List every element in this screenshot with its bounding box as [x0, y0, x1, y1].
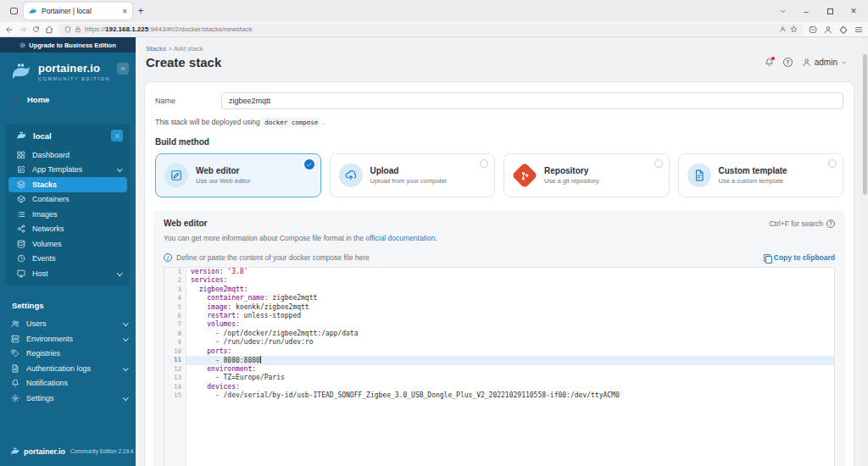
build-method-custom-template[interactable]: Custom templateUse a custom template: [678, 153, 844, 197]
search-help-icon[interactable]: ?: [826, 219, 835, 228]
sidebar-item-label: Containers: [32, 195, 70, 203]
build-method-repository[interactable]: RepositoryUse a git repository: [504, 153, 670, 197]
upgrade-banner-button[interactable]: Upgrade to Business Edition: [0, 37, 136, 53]
maximize-button[interactable]: [819, 2, 841, 20]
sidebar-item-authentication-logs[interactable]: Authentication logs: [0, 361, 136, 376]
doc-icon: [687, 164, 711, 187]
breadcrumb-stacks-link[interactable]: Stacks: [146, 45, 166, 53]
method-subtitle: Use a custom template: [719, 177, 787, 185]
sidebar-item-users[interactable]: Users: [0, 317, 136, 332]
sidebar-item-environments[interactable]: Environments: [0, 331, 136, 347]
radio-icon[interactable]: [654, 159, 663, 168]
line-number: 7: [164, 320, 186, 329]
code-line-6: 6 restart: unless-stopped: [164, 312, 834, 320]
account-icon[interactable]: [824, 25, 832, 34]
url-bar[interactable]: https://192.168.1.225:9443/#!/2/docker/s…: [58, 24, 804, 36]
reload-icon[interactable]: [32, 25, 40, 33]
bell-icon: [11, 379, 19, 387]
tab-close-icon[interactable]: ×: [122, 7, 127, 16]
code-line-14: 14 devices:: [164, 383, 834, 391]
user-menu[interactable]: admin: [802, 58, 848, 67]
radio-icon[interactable]: [480, 159, 488, 168]
code-text: volumes:: [186, 320, 834, 329]
code-text: devices:: [186, 383, 834, 391]
screen: Portainer | local × + – × https://192.16…: [0, 0, 868, 466]
environment-header[interactable]: local: [6, 124, 130, 147]
notification-dot: [771, 57, 775, 60]
code-line-2: 2services:: [164, 276, 834, 285]
line-number: 10: [164, 347, 186, 356]
sidebar-item-label: Host: [32, 269, 48, 278]
line-number: 8: [164, 330, 186, 338]
breadcrumb: Stacks > Add stack: [136, 37, 868, 53]
lock-icon[interactable]: [75, 26, 81, 33]
grid-icon: [17, 151, 25, 159]
page-scrollbar[interactable]: [861, 37, 868, 466]
sidebar-item-label: Registries: [26, 349, 60, 358]
scrollbar-thumb[interactable]: [863, 54, 867, 195]
editor-hint: Define or paste the content of your dock…: [176, 253, 370, 262]
radio-icon[interactable]: [828, 159, 837, 168]
line-number: 4: [164, 294, 186, 302]
sidebar-item-label: Networks: [32, 225, 64, 233]
forward-icon[interactable]: [19, 25, 27, 34]
text-cursor: [260, 356, 261, 363]
edit-icon: [17, 165, 25, 174]
sidebar-item-dashboard[interactable]: Dashboard: [6, 147, 130, 163]
code-line-9: 9 - /run/udev:/run/udev:ro: [164, 338, 834, 347]
web-editor-title: Web editor: [164, 219, 207, 228]
help-icon[interactable]: ?: [783, 58, 793, 67]
stack-name-input[interactable]: [221, 92, 843, 109]
line-number: 13: [164, 374, 186, 382]
sidebar-item-stacks[interactable]: Stacks: [8, 177, 127, 192]
sidebar-item-images[interactable]: Images: [6, 207, 130, 222]
compose-code-editor[interactable]: 1version: '3.8'2services:3 zigbee2mqtt:4…: [164, 267, 835, 466]
firefox-view-button[interactable]: [7, 4, 20, 18]
sidebar-item-label: Events: [32, 254, 56, 263]
shield-icon[interactable]: [64, 26, 71, 33]
close-button[interactable]: ×: [843, 2, 865, 20]
line-number: 11: [164, 356, 186, 365]
sidebar-collapse-icon[interactable]: [117, 63, 129, 75]
sidebar-item-registries[interactable]: Registries: [0, 347, 136, 362]
clock-icon: [17, 254, 25, 263]
translate-icon[interactable]: [779, 25, 787, 33]
whale-icon: [16, 130, 27, 141]
home-icon[interactable]: [45, 25, 53, 34]
extensions-icon[interactable]: [839, 25, 848, 34]
brand-edition: COMMUNITY EDITION: [38, 76, 110, 81]
sidebar-item-containers[interactable]: Containers: [6, 192, 130, 208]
code-line-8: 8 - /opt/docker/zigbee2mqtt:/app/data: [164, 330, 834, 338]
portainer-logo[interactable]: portainer.io COMMUNITY EDITION: [0, 53, 136, 88]
web-editor-panel: Web editor Ctrl+F for search ? You can g…: [153, 210, 845, 466]
build-method-upload[interactable]: UploadUpload from your computer: [330, 153, 496, 197]
bookmark-star-icon[interactable]: [790, 25, 798, 33]
build-method-web-editor[interactable]: Web editorUse our Web editor: [155, 153, 321, 197]
sidebar-item-events[interactable]: Events: [6, 252, 130, 267]
sidebar-item-settings[interactable]: Settings: [0, 391, 136, 406]
chevron-down-icon: [123, 365, 128, 370]
menu-icon[interactable]: [854, 25, 863, 34]
line-number: 15: [164, 391, 186, 400]
sidebar-item-app-templates[interactable]: App Templates: [6, 163, 130, 178]
sidebar-item-networks[interactable]: Networks: [6, 222, 130, 237]
sidebar-item-home[interactable]: Home: [0, 90, 136, 108]
browser-tab[interactable]: Portainer | local ×: [24, 3, 132, 19]
official-documentation-link[interactable]: official documentation.: [365, 234, 437, 242]
server-icon: [11, 335, 19, 343]
tab-list-chevron-icon[interactable]: [771, 2, 793, 20]
new-tab-button[interactable]: +: [132, 3, 149, 19]
sidebar-item-volumes[interactable]: Volumes: [6, 236, 130, 252]
sidebar-item-host[interactable]: Host: [6, 266, 130, 281]
copy-to-clipboard-button[interactable]: Copy to clipboard: [764, 253, 835, 262]
environment-close-icon[interactable]: [111, 130, 123, 141]
sidebar-item-notifications[interactable]: Notifications: [0, 376, 136, 391]
back-icon[interactable]: [5, 25, 14, 34]
pocket-icon[interactable]: [809, 25, 817, 34]
sparkle-icon: [19, 42, 25, 48]
minimize-button[interactable]: –: [795, 2, 817, 20]
sidebar: Upgrade to Business Edition portainer.io…: [0, 37, 136, 466]
file-icon: [11, 364, 19, 373]
notifications-bell-icon[interactable]: [765, 58, 774, 67]
method-title: Repository: [544, 166, 599, 175]
